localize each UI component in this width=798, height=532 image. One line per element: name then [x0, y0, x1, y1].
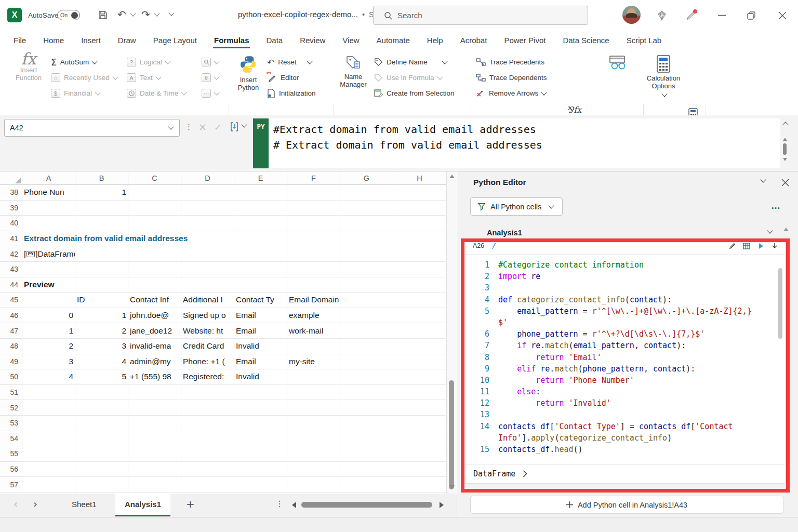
sheet-kebab-icon[interactable]: ⋮	[275, 499, 284, 509]
grid-cell-E42[interactable]	[234, 246, 287, 262]
row-header-52[interactable]: 52	[0, 400, 22, 416]
grid-cell-C57[interactable]	[128, 477, 181, 493]
more-functions-button[interactable]: ⋯	[202, 86, 219, 100]
grid-cell-F40[interactable]	[287, 216, 340, 231]
more-options-button[interactable]: …	[771, 201, 781, 211]
python-cells-filter-dropdown[interactable]: All Python cells	[470, 197, 563, 216]
grid-cell-C44[interactable]	[128, 277, 181, 293]
python-editor-button[interactable]: PY Editor	[267, 71, 299, 85]
menu-tab-page-layout[interactable]: Page Layout	[152, 32, 198, 48]
row-header-48[interactable]: 48	[0, 339, 22, 354]
hscroll-thumb[interactable]	[301, 502, 432, 508]
insert-function-button[interactable]: fx Insert Function	[9, 55, 48, 82]
avatar[interactable]	[622, 6, 641, 24]
row-header-41[interactable]: 41	[0, 231, 22, 247]
section-chevron-icon[interactable]	[767, 228, 773, 233]
collapse-formula-bar-chevron-icon[interactable]	[782, 122, 788, 127]
grid-cell-F39[interactable]	[287, 201, 340, 216]
menu-tab-acrobat[interactable]: Acrobat	[459, 32, 488, 48]
grid-cell-B47[interactable]: 2	[75, 323, 128, 339]
grid-cell-E49[interactable]: Email	[234, 354, 287, 370]
name-box-chevron-icon[interactable]	[168, 124, 174, 129]
grid-cell-C55[interactable]	[128, 446, 181, 462]
grid-cell-C47[interactable]: jane_doe12	[128, 323, 181, 339]
grid-cell-C52[interactable]	[128, 400, 181, 416]
minimize-button[interactable]	[718, 15, 726, 16]
grid-cell-D40[interactable]	[181, 216, 234, 231]
menu-tab-help[interactable]: Help	[426, 32, 444, 48]
grid-cell-G38[interactable]	[340, 185, 393, 201]
row-header-44[interactable]: 44	[0, 277, 22, 293]
grid-cell-B52[interactable]	[75, 400, 128, 416]
grid-cell-A48[interactable]: 2	[22, 339, 75, 354]
grid-cell-B48[interactable]: 3	[75, 339, 128, 354]
grid-cell-C40[interactable]	[128, 216, 181, 231]
grid-cell-F51[interactable]	[287, 385, 340, 401]
grid-cell-F42[interactable]	[287, 246, 340, 262]
grid-cell-C45[interactable]: Contact Inf	[128, 292, 181, 308]
grid-cell-G54[interactable]	[340, 431, 393, 447]
grid-cell-E38[interactable]	[234, 185, 287, 201]
grid-cell-H41[interactable]	[393, 231, 446, 247]
grid-cell-B45[interactable]: ID	[75, 292, 128, 308]
grid-cell-B54[interactable]	[75, 431, 128, 447]
grid-cell-C46[interactable]: john.doe@	[128, 308, 181, 324]
grid-cell-H47[interactable]	[393, 323, 446, 339]
grid-cell-H46[interactable]	[393, 308, 446, 324]
grid-cell-H50[interactable]	[393, 369, 446, 385]
grid-cell-D42[interactable]	[181, 246, 234, 262]
grid-cell-E40[interactable]	[234, 216, 287, 231]
column-header-E[interactable]: E	[234, 171, 287, 185]
grid-cell-F46[interactable]: example	[287, 308, 340, 324]
grid-cell-F48[interactable]	[287, 339, 340, 354]
grid-cell-B44[interactable]	[75, 277, 128, 293]
grid-cell-B46[interactable]: 1	[75, 308, 128, 324]
grid-cell-B43[interactable]	[75, 262, 128, 277]
grid-cell-G44[interactable]	[340, 277, 393, 293]
row-header-57[interactable]: 57	[0, 477, 22, 493]
grid-cell-A43[interactable]	[22, 262, 75, 277]
grid-cell-E44[interactable]	[234, 277, 287, 293]
grid-cell-E57[interactable]	[234, 477, 287, 493]
grid-cell-F41[interactable]	[287, 231, 340, 247]
grid-cell-C42[interactable]	[128, 246, 181, 262]
row-header-42[interactable]: 42	[0, 246, 22, 262]
grid-cell-A56[interactable]	[22, 462, 75, 477]
sheet-tab-sheet1[interactable]: Sheet1	[62, 494, 106, 515]
grid-cell-D48[interactable]: Credit Card	[181, 339, 234, 354]
grid-cell-G45[interactable]	[340, 292, 393, 308]
restore-button[interactable]	[747, 11, 755, 20]
grid-cell-E43[interactable]	[234, 262, 287, 277]
grid-cell-H38[interactable]	[393, 185, 446, 201]
grid-cell-C54[interactable]	[128, 431, 181, 447]
column-header-B[interactable]: B	[75, 171, 128, 185]
grid-cell-G48[interactable]	[340, 339, 393, 354]
column-header-F[interactable]: F	[287, 171, 340, 185]
grid-cell-H49[interactable]	[393, 354, 446, 370]
add-python-cell-button[interactable]: Add Python cell in Analysis1!A43	[470, 496, 783, 514]
watch-window-button[interactable]	[602, 55, 634, 73]
grid-cell-B51[interactable]	[75, 385, 128, 401]
grid-cell-A49[interactable]: 3	[22, 354, 75, 370]
menu-tab-view[interactable]: View	[341, 32, 360, 48]
grid-cell-D56[interactable]	[181, 462, 234, 477]
grid-cell-B55[interactable]	[75, 446, 128, 462]
grid-cell-A52[interactable]	[22, 400, 75, 416]
grid-cell-D50[interactable]: Registered:	[181, 369, 234, 385]
row-header-39[interactable]: 39	[0, 201, 22, 216]
logical-button[interactable]: ? Logical	[127, 55, 170, 69]
row-header-49[interactable]: 49	[0, 354, 22, 370]
grid-cell-A38[interactable]: Phone Nun	[22, 185, 75, 201]
column-header-G[interactable]: G	[340, 171, 393, 185]
grid-cell-D53[interactable]	[181, 416, 234, 431]
grid-cell-C38[interactable]	[128, 185, 181, 201]
grid-cell-B40[interactable]	[75, 216, 128, 231]
menu-tab-automate[interactable]: Automate	[376, 32, 411, 48]
grid-cell-G51[interactable]	[340, 385, 393, 401]
excel-app-icon[interactable]: X	[7, 8, 22, 22]
grid-cell-D52[interactable]	[181, 400, 234, 416]
use-in-formula-button[interactable]: Use in Formula	[374, 71, 442, 85]
grid-cell-G57[interactable]	[340, 477, 393, 493]
grid-cell-H44[interactable]	[393, 277, 446, 293]
menu-tab-power-pivot[interactable]: Power Pivot	[503, 32, 547, 48]
